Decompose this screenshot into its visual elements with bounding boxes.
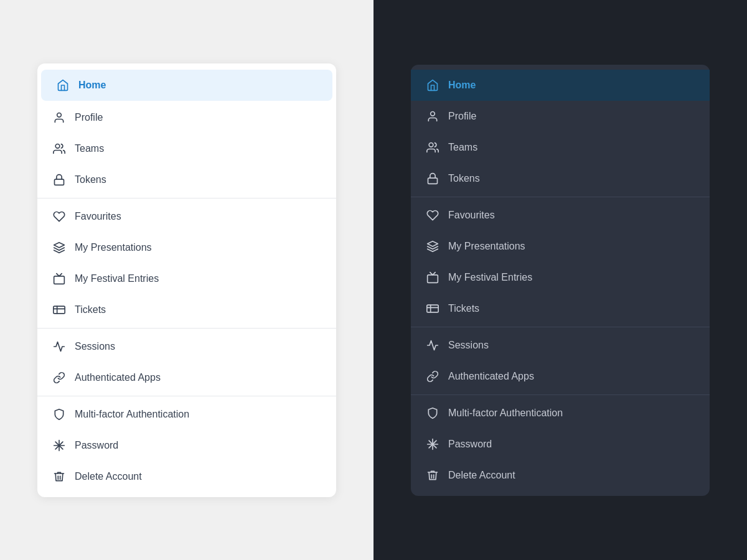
menu-item-delete-account[interactable]: Delete Account <box>411 460 710 491</box>
menu-item-label-sessions: Sessions <box>75 341 115 352</box>
menu-item-my-presentations[interactable]: My Presentations <box>411 231 710 262</box>
menu-item-label-my-presentations: My Presentations <box>75 242 152 253</box>
profile-icon <box>52 111 66 124</box>
menu-item-label-my-presentations: My Presentations <box>448 241 525 252</box>
menu-item-label-delete-account: Delete Account <box>75 471 142 482</box>
menu-item-label-home: Home <box>78 80 106 91</box>
menu-item-label-favourites: Favourites <box>75 211 121 222</box>
menu-item-label-teams: Teams <box>75 143 104 154</box>
menu-item-sessions[interactable]: Sessions <box>411 330 710 361</box>
svg-rect-14 <box>428 178 438 184</box>
light-panel: Home Profile Teams Tokens Favourites My … <box>0 0 374 560</box>
divider-after-tokens <box>411 197 710 197</box>
dark-panel: Home Profile Teams Tokens Favourites My … <box>374 0 747 560</box>
menu-item-tickets[interactable]: Tickets <box>411 293 710 324</box>
menu-item-tokens[interactable]: Tokens <box>411 163 710 194</box>
teams-icon <box>426 141 439 154</box>
menu-item-authenticated-apps[interactable]: Authenticated Apps <box>411 361 710 392</box>
menu-item-label-authenticated-apps: Authenticated Apps <box>448 371 534 382</box>
asterisk-icon <box>52 439 66 452</box>
menu-dark: Home Profile Teams Tokens Favourites My … <box>411 65 710 496</box>
menu-item-password[interactable]: Password <box>411 429 710 460</box>
menu-item-password[interactable]: Password <box>37 430 336 461</box>
svg-rect-2 <box>55 179 64 185</box>
divider-after-authenticated-apps <box>37 396 336 396</box>
menu-item-mfa[interactable]: Multi-factor Authentication <box>411 398 710 429</box>
menu-item-label-tickets: Tickets <box>75 304 106 315</box>
menu-item-label-profile: Profile <box>448 111 476 122</box>
menu-item-my-presentations[interactable]: My Presentations <box>37 232 336 263</box>
menu-item-label-tokens: Tokens <box>448 173 480 184</box>
menu-light: Home Profile Teams Tokens Favourites My … <box>37 63 336 497</box>
lock-icon <box>52 173 66 187</box>
tv-icon <box>52 272 66 286</box>
menu-item-delete-account[interactable]: Delete Account <box>37 461 336 492</box>
menu-item-label-password: Password <box>75 440 118 451</box>
svg-marker-3 <box>54 242 65 247</box>
svg-rect-4 <box>54 276 65 284</box>
menu-item-label-home: Home <box>448 80 476 91</box>
layers-icon <box>52 241 66 254</box>
lock-icon <box>426 172 439 185</box>
home-icon <box>56 78 70 92</box>
menu-item-profile[interactable]: Profile <box>37 102 336 133</box>
link-icon <box>426 370 439 383</box>
menu-item-tickets[interactable]: Tickets <box>37 294 336 325</box>
divider-after-tickets <box>411 327 710 327</box>
svg-rect-5 <box>54 306 65 314</box>
svg-point-1 <box>55 144 60 148</box>
ticket-icon <box>426 302 439 315</box>
menu-item-label-sessions: Sessions <box>448 340 489 351</box>
menu-item-favourites[interactable]: Favourites <box>411 200 710 231</box>
heart-icon <box>52 210 66 223</box>
menu-item-label-my-festival-entries: My Festival Entries <box>448 272 532 283</box>
menu-item-teams[interactable]: Teams <box>411 132 710 163</box>
menu-item-home[interactable]: Home <box>411 70 710 101</box>
divider-after-tokens <box>37 198 336 198</box>
ticket-icon <box>52 303 66 317</box>
trash-icon <box>426 469 439 482</box>
menu-item-my-festival-entries[interactable]: My Festival Entries <box>411 262 710 293</box>
tv-icon <box>426 271 439 284</box>
shield-icon <box>52 408 66 421</box>
menu-item-label-profile: Profile <box>75 112 103 123</box>
svg-rect-16 <box>428 274 438 282</box>
svg-point-12 <box>431 111 435 116</box>
menu-item-label-teams: Teams <box>448 142 477 153</box>
svg-rect-17 <box>427 305 438 312</box>
menu-item-label-favourites: Favourites <box>448 210 495 221</box>
layers-icon <box>426 240 439 253</box>
menu-item-label-tickets: Tickets <box>448 303 479 314</box>
menu-item-label-delete-account: Delete Account <box>448 470 515 481</box>
menu-item-favourites[interactable]: Favourites <box>37 201 336 232</box>
pulse-icon <box>52 340 66 353</box>
menu-item-teams[interactable]: Teams <box>37 133 336 164</box>
menu-item-label-mfa: Multi-factor Authentication <box>75 409 189 420</box>
heart-icon <box>426 208 439 222</box>
menu-item-label-mfa: Multi-factor Authentication <box>448 408 563 419</box>
menu-item-authenticated-apps[interactable]: Authenticated Apps <box>37 362 336 393</box>
menu-item-mfa[interactable]: Multi-factor Authentication <box>37 399 336 430</box>
divider-after-tickets <box>37 328 336 329</box>
menu-item-label-my-festival-entries: My Festival Entries <box>75 273 159 284</box>
teams-icon <box>52 142 66 156</box>
link-icon <box>52 371 66 385</box>
trash-icon <box>52 470 66 483</box>
menu-item-tokens[interactable]: Tokens <box>37 164 336 195</box>
menu-item-label-authenticated-apps: Authenticated Apps <box>75 372 161 383</box>
profile-icon <box>426 110 439 123</box>
menu-item-profile[interactable]: Profile <box>411 101 710 132</box>
svg-marker-15 <box>428 241 438 246</box>
pulse-icon <box>426 338 439 352</box>
shield-icon <box>426 406 439 420</box>
menu-item-home[interactable]: Home <box>41 70 332 101</box>
home-icon <box>426 78 439 92</box>
menu-item-my-festival-entries[interactable]: My Festival Entries <box>37 263 336 294</box>
divider-after-authenticated-apps <box>411 394 710 395</box>
asterisk-icon <box>426 437 439 451</box>
svg-point-13 <box>429 142 433 147</box>
menu-item-label-password: Password <box>448 439 492 450</box>
svg-point-0 <box>57 113 62 117</box>
menu-item-sessions[interactable]: Sessions <box>37 331 336 362</box>
menu-item-label-tokens: Tokens <box>75 174 106 185</box>
